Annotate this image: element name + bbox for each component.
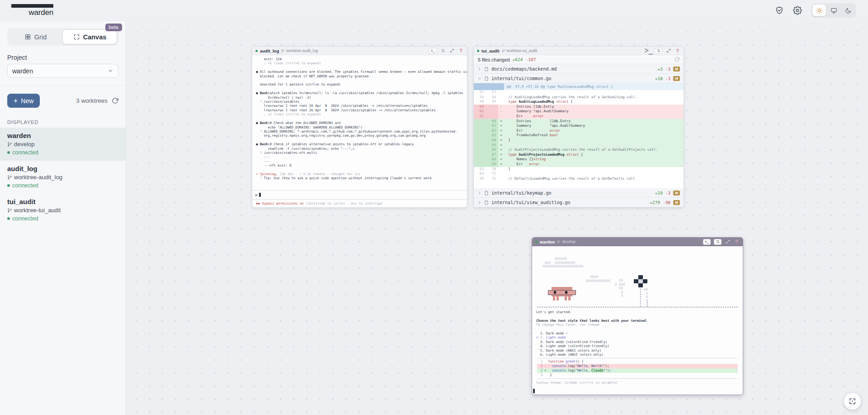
code-line: 3 } (537, 373, 738, 377)
terminal-line (256, 138, 463, 142)
diff-line: 67+ type AuditProjectsLoadedMsg struct { (474, 153, 684, 157)
code-line: 1function greet() { (537, 359, 738, 364)
terminal-line: --- (256, 155, 463, 159)
file-row[interactable]: internal/tui/view_auditlog.go+279-98M (474, 198, 684, 207)
theme-dark-button[interactable] (841, 5, 855, 16)
chevron-down-icon (477, 76, 481, 81)
disconnect-icon[interactable] (675, 48, 680, 53)
expand-icon[interactable] (449, 48, 455, 53)
sidebar-item-audit_log[interactable]: audit_logworktree-audit_logconnected (0, 161, 126, 194)
tab-canvas[interactable]: Canvas (62, 29, 117, 44)
connected-dot (7, 151, 10, 154)
branch-icon (7, 175, 12, 180)
mascot-eyeband (548, 290, 576, 295)
modified-badge: M (673, 200, 680, 205)
terminal-line: 6. Light mode (ANSI colors only) (536, 353, 739, 357)
window-header[interactable]: tui_audit worktree-tui_audit >_ (474, 47, 684, 55)
window-tui-audit: tui_audit worktree-tui_audit >_ 5 files … (473, 46, 684, 208)
files-changed-label: 5 files changed (478, 57, 510, 62)
diff-view-icon[interactable] (655, 48, 662, 54)
window-header[interactable]: audit_log worktree-audit_log >_ (252, 47, 467, 55)
top-bar: warden (0, 0, 868, 22)
branch-icon (502, 49, 505, 53)
window-audit-log: audit_log worktree-audit_log >_ exit: 12… (252, 46, 467, 208)
diff-line: 63+ FromAutoRefresh bool (474, 133, 684, 138)
file-row[interactable]: docs/codemaps/backend.md+3-3M (474, 64, 684, 74)
new-worktree-button[interactable]: + New (7, 94, 40, 108)
flower-stem (647, 300, 647, 307)
terminal-view-icon[interactable]: >_ (646, 48, 651, 53)
sidebar-item-warden[interactable]: wardendevelopconnected (0, 128, 126, 161)
mascot-leg (565, 296, 567, 301)
terminal-line: ● Bash(# Check what the ALLOWED_DOMAINS … (256, 121, 463, 125)
status-dot (255, 50, 258, 52)
terminal-line: ---nft exit: 0 (256, 163, 463, 167)
terminal-line (256, 66, 463, 70)
terminal-input[interactable]: > (252, 190, 467, 200)
theme-preview-code: 1function greet() {2- console.log("Hello… (537, 358, 738, 378)
file-name: internal/tui/keymap.go (491, 191, 551, 196)
expand-icon[interactable] (725, 239, 731, 244)
theme-light-button[interactable] (812, 5, 826, 16)
worktree-status: connected (7, 215, 118, 222)
additions-count: +624 (513, 57, 523, 62)
modified-badge: M (673, 191, 680, 196)
disconnect-icon[interactable] (458, 48, 464, 53)
file-row[interactable]: internal/tui/keymap.go+19-3M (474, 188, 684, 198)
worktree-branch: worktree-tui_audit (7, 207, 118, 214)
view-toggle: Grid Canvas beta (7, 28, 118, 46)
terminal-line: lrwxrwxrwx 1 root root 26 Apr 8 2024 /us… (256, 108, 463, 112)
diff-line: 66+ // AuditProjectsLoadedMsg carries th… (474, 148, 684, 153)
connected-dot (7, 217, 10, 220)
theme-toggle-group (811, 3, 856, 18)
shield-check-icon[interactable] (775, 6, 784, 15)
sidebar-divider (0, 85, 126, 86)
terminal-line: … +2 lines (ctrl+o to expand) (256, 112, 463, 116)
mascot-leg (557, 296, 559, 301)
diff-line: 5757 (474, 90, 684, 95)
new-button-label: New (21, 97, 33, 105)
diff-line: 5959 type AuditLogLoadedMsg struct { (474, 100, 684, 105)
terminal-view-icon[interactable]: >_ (703, 239, 711, 245)
connected-dot (7, 184, 10, 187)
file-icon (484, 67, 489, 72)
chevron-right-icon (477, 67, 481, 71)
window-header[interactable]: warden develop >_ (532, 238, 743, 246)
cloud-art: 8888 888888888888 (586, 275, 610, 283)
terminal-line (256, 87, 463, 91)
settings-gear-icon[interactable] (793, 6, 802, 15)
code-line: 2+ console.log("Hello, Claude!"); (537, 368, 738, 373)
tab-grid[interactable]: Grid (9, 29, 62, 44)
terminal-line: readlink -f /usr/sbin/iptables; echo "--… (256, 147, 463, 151)
diff-line: 64+ } (474, 138, 684, 143)
terminal-line: To change this later, run /theme (536, 323, 739, 327)
sidebar-item-tui_audit[interactable]: tui_auditworktree-tui_auditconnected (0, 194, 126, 227)
terminal-line: 3. Dark mode (colorblind-friendly) (536, 340, 739, 344)
disconnect-icon[interactable] (734, 239, 740, 244)
terminal-view-icon[interactable]: >_ (429, 48, 437, 54)
diff-view-icon[interactable] (714, 239, 722, 245)
beta-badge: beta (105, 24, 122, 31)
canvas-frame-icon (73, 33, 80, 40)
file-row[interactable]: internal/tui/common.go+10-3M (474, 74, 684, 83)
diff-view-icon[interactable] (440, 48, 446, 53)
project-select[interactable]: warden (7, 64, 118, 78)
theme-system-button[interactable] (827, 5, 840, 16)
refresh-diff-icon[interactable] (675, 57, 679, 62)
expand-icon[interactable] (665, 48, 671, 53)
mascot-leg (553, 296, 555, 301)
welcome-text: Let's get started. Choose the text style… (536, 310, 739, 357)
branch-icon (7, 142, 12, 147)
window-header-icons: >_ (429, 48, 464, 54)
window-title: audit_log (260, 48, 279, 53)
refresh-worktrees-icon[interactable] (112, 97, 118, 104)
cloud-art: 888888 888 8888888888 888888888888888888… (542, 257, 583, 269)
terminal-line: ● Bash(which iptables 2>/dev/null; ls -l… (256, 91, 463, 95)
window-header-icons: >_ (646, 48, 680, 54)
hunk-gutter (474, 83, 504, 90)
focus-view-button[interactable] (844, 392, 861, 410)
sidebar: Grid Canvas beta Project warden + New 3 … (0, 22, 126, 415)
bypass-permissions-label: ▶▶ bypass permissions on (256, 201, 304, 205)
diff-line: 62+ Err error (474, 129, 684, 134)
terminal-line: └ /usr/sbin/iptables (256, 100, 463, 104)
